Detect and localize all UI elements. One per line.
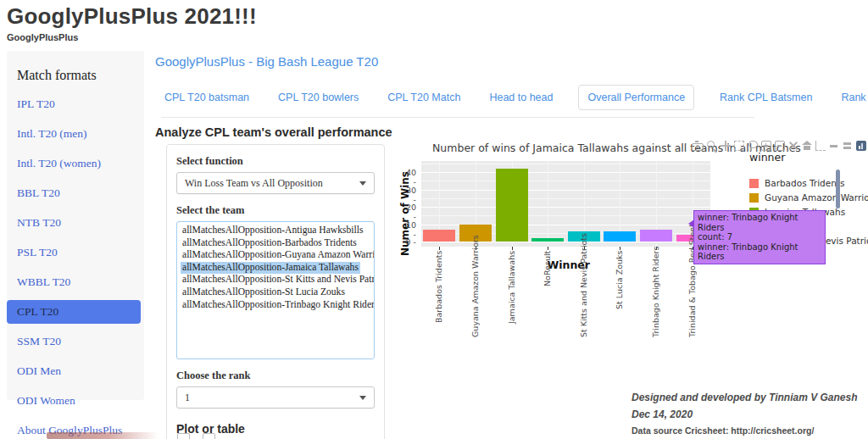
plot-area (421, 161, 710, 247)
sidebar-item-wbbl-t20[interactable]: WBBL T20 (7, 270, 144, 294)
y-tick-label: 10 - (401, 220, 416, 239)
x-tick-label: Guyana Amazon Warriors (470, 251, 481, 337)
tooltip-arrow-icon (688, 220, 694, 228)
gridline-minor (421, 181, 710, 181)
tab-bar: CPL T20 batsmanCPL T20 bowlersCPL T20 Ma… (161, 85, 754, 118)
footer-credit: Designed and developed by Tinniam V Gane… (632, 392, 858, 403)
y-tick-label: 0 - (401, 237, 416, 247)
legend-item-guyana-amazon-warriors[interactable]: Guyana Amazon Warriors (749, 192, 868, 203)
tab-head-to-head[interactable]: Head to head (486, 86, 556, 109)
legend-title: winner (749, 151, 785, 164)
app-subtitle: GooglyPlusPlus (7, 32, 78, 42)
gridline-minor (421, 198, 710, 199)
y-tick-label: 30 - (401, 186, 416, 204)
bar-st-lucia-zouks[interactable] (604, 231, 636, 242)
plotly-logo-icon[interactable] (856, 141, 866, 151)
tab-rank-cpl-batsmen[interactable]: Rank CPL Batsmen (716, 86, 815, 109)
sidebar-item-psl-t20[interactable]: PSL T20 (7, 241, 144, 264)
x-tick-label: Jamaica Tallawahs (506, 251, 518, 337)
team-listbox[interactable]: allMatchesAllOpposition-Antigua Hawksbil… (176, 221, 375, 359)
section-heading: Analyze CPL team's overall performance (155, 125, 392, 139)
sidebar-item-intl-t20-men-[interactable]: Intl. T20 (men) (7, 122, 144, 146)
legend-scrollbar[interactable] (836, 169, 840, 208)
sidebar-item-odi-women[interactable]: ODI Women (7, 389, 144, 413)
gridline-major (421, 207, 710, 208)
bar-trinbago-knight-riders[interactable] (640, 230, 672, 242)
sidebar-item-cpl-t20[interactable]: CPL T20 (7, 300, 141, 324)
x-tick-mark (620, 247, 620, 250)
x-tick-label: Trinbago Knight Riders (650, 251, 662, 337)
sidebar: Match formats IPL T20Intl. T20 (men)Intl… (7, 51, 144, 400)
checkbox-stub[interactable] (203, 433, 215, 439)
plotly-chart: Number of wins of Jamaica Tallawahs agai… (407, 136, 868, 347)
x-tick-label: St Kitts and Nevis Patriots (578, 251, 590, 337)
tab-cpl-t20-batsman[interactable]: CPL T20 batsman (161, 86, 253, 109)
bar-noresult[interactable] (531, 238, 564, 242)
gridline-minor (421, 215, 710, 216)
select-function-dropdown[interactable]: Win Loss Team vs All Opposition (176, 172, 375, 194)
app-title: GooglyPlusPlus 2021!!! (7, 3, 257, 30)
tab-cpl-t20-match[interactable]: CPL T20 Match (384, 86, 464, 109)
x-tick-mark (439, 247, 440, 250)
footer-source: Data source Cricsheet: http://cricsheet.… (632, 425, 858, 436)
sidebar-heading: Match formats (7, 51, 144, 86)
y-tick-label: 40 - (401, 168, 416, 186)
spike-lines-icon[interactable] (815, 141, 826, 151)
sidebar-item-ssm-t20[interactable]: SSM T20 (7, 330, 144, 353)
chevron-down-icon (359, 396, 366, 400)
autoscale-icon[interactable] (788, 141, 798, 151)
controls-panel: Select function Win Loss Team vs All Opp… (166, 144, 385, 439)
bar-barbados-tridents[interactable] (423, 230, 455, 242)
select-function-value: Win Loss Team vs All Opposition (185, 177, 323, 189)
sidebar-item-bbl-t20[interactable]: BBL T20 (7, 181, 144, 205)
tab-rank-cpl-bowlers[interactable]: Rank CPL Bowlers (837, 86, 868, 109)
rank-dropdown[interactable]: 1 (176, 386, 375, 408)
choose-rank-label: Choose the rank (176, 370, 384, 382)
team-option[interactable]: allMatchesAllOpposition-Guyana Amazon Wa… (181, 249, 375, 262)
bar-jamaica-tallawahs[interactable] (496, 169, 528, 242)
hover-compare-icon[interactable] (843, 141, 853, 151)
y-tick-label: 20 - (401, 203, 416, 221)
team-option[interactable]: allMatchesAllOpposition-St Kitts and Nev… (181, 274, 375, 286)
legend-swatch (749, 179, 759, 188)
gridline-major (421, 172, 710, 173)
box-select-icon[interactable] (734, 141, 744, 151)
tooltip-line: winner: Trinbago Knight Riders (698, 242, 821, 262)
lasso-icon[interactable] (748, 141, 758, 151)
gridline-vertical (548, 161, 548, 247)
pan-icon[interactable] (721, 141, 731, 151)
team-option[interactable]: allMatchesAllOpposition-Jamaica Tallawah… (181, 262, 360, 275)
team-option[interactable]: allMatchesAllOpposition-St Lucia Zouks (181, 286, 347, 299)
sidebar-item-intl-t20-women-[interactable]: Intl. T20 (women) (7, 152, 144, 175)
legend-item-barbados-tridents[interactable]: Barbados Tridents (749, 178, 844, 188)
gridline-minor (421, 164, 710, 164)
team-option[interactable]: allMatchesAllOpposition-Barbados Trident… (181, 237, 359, 250)
page-title: GooglyPlusPlus - Big Bash League T20 (155, 54, 378, 69)
tooltip-line: winner: Trinbago Knight Riders (698, 213, 821, 232)
tab-overall-performance[interactable]: Overall Performance (578, 85, 694, 110)
legend-label: Barbados Tridents (765, 178, 844, 188)
x-tick-mark (548, 247, 548, 250)
rank-value: 1 (185, 392, 190, 403)
sidebar-item-ntb-t20[interactable]: NTB T20 (7, 211, 144, 235)
x-tick-label: NoResult (542, 251, 554, 337)
team-option[interactable]: allMatchesAllOpposition-Trinbago Knight … (181, 299, 375, 312)
sidebar-nav: IPL T20Intl. T20 (men)Intl. T20 (women)B… (7, 92, 144, 439)
home-icon[interactable] (802, 141, 812, 151)
screen-edge-artifact (47, 432, 159, 439)
zoom-in-icon[interactable] (761, 141, 771, 151)
sidebar-item-odi-men[interactable]: ODI Men (7, 359, 144, 383)
tab-cpl-t20-bowlers[interactable]: CPL T20 bowlers (275, 86, 362, 109)
team-option[interactable]: allMatchesAllOpposition-Antigua Hawksbil… (181, 225, 365, 237)
magnifier-icon[interactable] (707, 141, 717, 151)
hover-closest-icon[interactable] (829, 141, 839, 151)
gridline-major (421, 242, 710, 242)
legend-swatch (749, 193, 759, 203)
legend-label: Guyana Amazon Warriors (765, 192, 868, 203)
sidebar-item-ipl-t20[interactable]: IPL T20 (7, 92, 144, 116)
footer: Designed and developed by Tinniam V Gane… (632, 392, 858, 436)
camera-icon[interactable] (692, 143, 704, 151)
footer-date: Dec 14, 2020 (632, 408, 858, 420)
zoom-out-icon[interactable] (775, 141, 785, 151)
checkbox-stub[interactable] (177, 433, 190, 439)
